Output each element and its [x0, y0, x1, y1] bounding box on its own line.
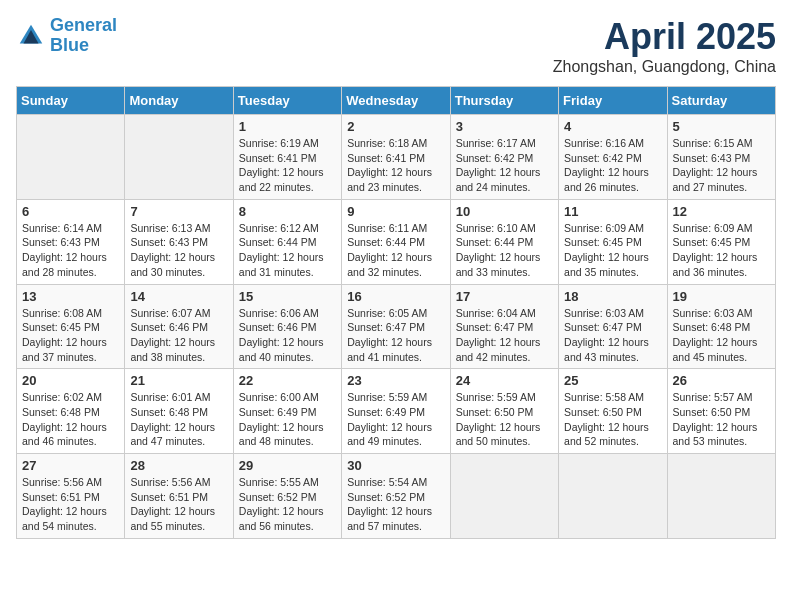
calendar-cell: 17Sunrise: 6:04 AMSunset: 6:47 PMDayligh…: [450, 284, 558, 369]
calendar-cell: 27Sunrise: 5:56 AMSunset: 6:51 PMDayligh…: [17, 454, 125, 539]
day-info: Sunrise: 6:17 AMSunset: 6:42 PMDaylight:…: [456, 136, 553, 195]
day-info: Sunrise: 6:19 AMSunset: 6:41 PMDaylight:…: [239, 136, 336, 195]
day-info: Sunrise: 6:14 AMSunset: 6:43 PMDaylight:…: [22, 221, 119, 280]
day-info: Sunrise: 6:09 AMSunset: 6:45 PMDaylight:…: [673, 221, 770, 280]
calendar-week-5: 27Sunrise: 5:56 AMSunset: 6:51 PMDayligh…: [17, 454, 776, 539]
day-info: Sunrise: 6:05 AMSunset: 6:47 PMDaylight:…: [347, 306, 444, 365]
day-number: 6: [22, 204, 119, 219]
day-number: 9: [347, 204, 444, 219]
day-info: Sunrise: 6:08 AMSunset: 6:45 PMDaylight:…: [22, 306, 119, 365]
day-number: 3: [456, 119, 553, 134]
logo-text: General Blue: [50, 16, 117, 56]
calendar-week-4: 20Sunrise: 6:02 AMSunset: 6:48 PMDayligh…: [17, 369, 776, 454]
calendar-cell: 13Sunrise: 6:08 AMSunset: 6:45 PMDayligh…: [17, 284, 125, 369]
header-saturday: Saturday: [667, 87, 775, 115]
day-info: Sunrise: 5:55 AMSunset: 6:52 PMDaylight:…: [239, 475, 336, 534]
location-title: Zhongshan, Guangdong, China: [553, 58, 776, 76]
day-info: Sunrise: 5:56 AMSunset: 6:51 PMDaylight:…: [130, 475, 227, 534]
day-number: 16: [347, 289, 444, 304]
header-friday: Friday: [559, 87, 667, 115]
day-number: 22: [239, 373, 336, 388]
calendar-cell: 24Sunrise: 5:59 AMSunset: 6:50 PMDayligh…: [450, 369, 558, 454]
day-info: Sunrise: 6:07 AMSunset: 6:46 PMDaylight:…: [130, 306, 227, 365]
day-info: Sunrise: 6:10 AMSunset: 6:44 PMDaylight:…: [456, 221, 553, 280]
calendar-cell: 9Sunrise: 6:11 AMSunset: 6:44 PMDaylight…: [342, 199, 450, 284]
day-number: 29: [239, 458, 336, 473]
calendar-cell: 8Sunrise: 6:12 AMSunset: 6:44 PMDaylight…: [233, 199, 341, 284]
calendar-cell: 14Sunrise: 6:07 AMSunset: 6:46 PMDayligh…: [125, 284, 233, 369]
day-number: 23: [347, 373, 444, 388]
calendar-cell: 29Sunrise: 5:55 AMSunset: 6:52 PMDayligh…: [233, 454, 341, 539]
day-info: Sunrise: 6:03 AMSunset: 6:48 PMDaylight:…: [673, 306, 770, 365]
day-info: Sunrise: 6:12 AMSunset: 6:44 PMDaylight:…: [239, 221, 336, 280]
calendar-cell: 23Sunrise: 5:59 AMSunset: 6:49 PMDayligh…: [342, 369, 450, 454]
title-area: April 2025 Zhongshan, Guangdong, China: [553, 16, 776, 76]
calendar-cell: 1Sunrise: 6:19 AMSunset: 6:41 PMDaylight…: [233, 115, 341, 200]
calendar-week-3: 13Sunrise: 6:08 AMSunset: 6:45 PMDayligh…: [17, 284, 776, 369]
calendar-table: Sunday Monday Tuesday Wednesday Thursday…: [16, 86, 776, 539]
calendar-cell: 16Sunrise: 6:05 AMSunset: 6:47 PMDayligh…: [342, 284, 450, 369]
logo-line2: Blue: [50, 35, 89, 55]
day-info: Sunrise: 6:01 AMSunset: 6:48 PMDaylight:…: [130, 390, 227, 449]
calendar-cell: 21Sunrise: 6:01 AMSunset: 6:48 PMDayligh…: [125, 369, 233, 454]
calendar-week-1: 1Sunrise: 6:19 AMSunset: 6:41 PMDaylight…: [17, 115, 776, 200]
calendar-cell: 15Sunrise: 6:06 AMSunset: 6:46 PMDayligh…: [233, 284, 341, 369]
logo-line1: General: [50, 15, 117, 35]
calendar-cell: 11Sunrise: 6:09 AMSunset: 6:45 PMDayligh…: [559, 199, 667, 284]
day-number: 12: [673, 204, 770, 219]
day-number: 5: [673, 119, 770, 134]
calendar-cell: 4Sunrise: 6:16 AMSunset: 6:42 PMDaylight…: [559, 115, 667, 200]
day-info: Sunrise: 6:06 AMSunset: 6:46 PMDaylight:…: [239, 306, 336, 365]
header: General Blue April 2025 Zhongshan, Guang…: [16, 16, 776, 76]
calendar-cell: [125, 115, 233, 200]
day-number: 27: [22, 458, 119, 473]
day-number: 11: [564, 204, 661, 219]
calendar-cell: [450, 454, 558, 539]
calendar-cell: [667, 454, 775, 539]
day-number: 20: [22, 373, 119, 388]
calendar-cell: 19Sunrise: 6:03 AMSunset: 6:48 PMDayligh…: [667, 284, 775, 369]
day-info: Sunrise: 6:02 AMSunset: 6:48 PMDaylight:…: [22, 390, 119, 449]
weekday-row: Sunday Monday Tuesday Wednesday Thursday…: [17, 87, 776, 115]
day-number: 25: [564, 373, 661, 388]
day-number: 13: [22, 289, 119, 304]
day-info: Sunrise: 5:58 AMSunset: 6:50 PMDaylight:…: [564, 390, 661, 449]
day-info: Sunrise: 5:57 AMSunset: 6:50 PMDaylight:…: [673, 390, 770, 449]
day-number: 18: [564, 289, 661, 304]
day-info: Sunrise: 6:09 AMSunset: 6:45 PMDaylight:…: [564, 221, 661, 280]
calendar-cell: 12Sunrise: 6:09 AMSunset: 6:45 PMDayligh…: [667, 199, 775, 284]
calendar-cell: 2Sunrise: 6:18 AMSunset: 6:41 PMDaylight…: [342, 115, 450, 200]
day-number: 14: [130, 289, 227, 304]
day-number: 2: [347, 119, 444, 134]
calendar-cell: [17, 115, 125, 200]
day-number: 1: [239, 119, 336, 134]
calendar-cell: 26Sunrise: 5:57 AMSunset: 6:50 PMDayligh…: [667, 369, 775, 454]
calendar-cell: 22Sunrise: 6:00 AMSunset: 6:49 PMDayligh…: [233, 369, 341, 454]
day-info: Sunrise: 5:54 AMSunset: 6:52 PMDaylight:…: [347, 475, 444, 534]
day-number: 17: [456, 289, 553, 304]
day-number: 8: [239, 204, 336, 219]
calendar-cell: 6Sunrise: 6:14 AMSunset: 6:43 PMDaylight…: [17, 199, 125, 284]
header-monday: Monday: [125, 87, 233, 115]
day-number: 10: [456, 204, 553, 219]
header-sunday: Sunday: [17, 87, 125, 115]
calendar-header: Sunday Monday Tuesday Wednesday Thursday…: [17, 87, 776, 115]
calendar-cell: 28Sunrise: 5:56 AMSunset: 6:51 PMDayligh…: [125, 454, 233, 539]
day-number: 30: [347, 458, 444, 473]
day-info: Sunrise: 6:03 AMSunset: 6:47 PMDaylight:…: [564, 306, 661, 365]
calendar-cell: 3Sunrise: 6:17 AMSunset: 6:42 PMDaylight…: [450, 115, 558, 200]
day-info: Sunrise: 6:11 AMSunset: 6:44 PMDaylight:…: [347, 221, 444, 280]
day-number: 19: [673, 289, 770, 304]
calendar-cell: 10Sunrise: 6:10 AMSunset: 6:44 PMDayligh…: [450, 199, 558, 284]
calendar-body: 1Sunrise: 6:19 AMSunset: 6:41 PMDaylight…: [17, 115, 776, 539]
day-number: 4: [564, 119, 661, 134]
day-info: Sunrise: 5:56 AMSunset: 6:51 PMDaylight:…: [22, 475, 119, 534]
header-tuesday: Tuesday: [233, 87, 341, 115]
day-info: Sunrise: 6:00 AMSunset: 6:49 PMDaylight:…: [239, 390, 336, 449]
header-thursday: Thursday: [450, 87, 558, 115]
day-number: 28: [130, 458, 227, 473]
day-info: Sunrise: 6:18 AMSunset: 6:41 PMDaylight:…: [347, 136, 444, 195]
day-number: 21: [130, 373, 227, 388]
day-info: Sunrise: 6:13 AMSunset: 6:43 PMDaylight:…: [130, 221, 227, 280]
calendar-cell: 7Sunrise: 6:13 AMSunset: 6:43 PMDaylight…: [125, 199, 233, 284]
